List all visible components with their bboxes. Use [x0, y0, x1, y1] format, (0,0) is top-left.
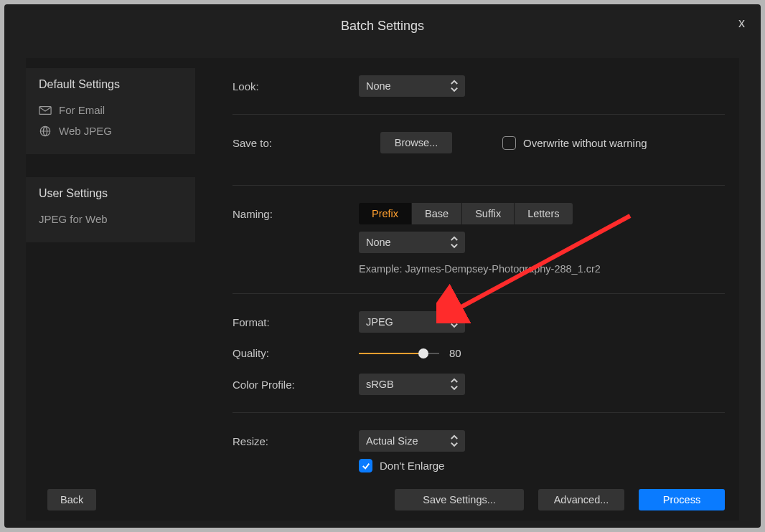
chevron-updown-icon — [449, 434, 459, 448]
look-value: None — [366, 80, 391, 92]
overwrite-checkbox[interactable] — [502, 136, 516, 150]
default-settings-title: Default Settings — [39, 78, 182, 91]
batch-settings-window: Batch Settings x Default Settings For Em… — [4, 4, 761, 528]
sidebar-item-for-email[interactable]: For Email — [39, 100, 182, 120]
resize-label: Resize: — [233, 435, 359, 447]
sidebar-item-label: JPEG for Web — [39, 213, 108, 225]
sidebar-item-label: For Email — [59, 104, 105, 116]
overwrite-label: Overwrite without warning — [523, 137, 647, 149]
advanced-button[interactable]: Advanced... — [538, 489, 624, 510]
naming-select[interactable]: None — [359, 232, 465, 253]
titlebar: Batch Settings x — [4, 4, 761, 47]
content-area: Default Settings For Email Web JPEG User… — [26, 58, 739, 521]
save-to-label: Save to: — [233, 137, 359, 149]
separator — [233, 293, 725, 294]
process-button[interactable]: Process — [639, 489, 725, 510]
resize-value: Actual Size — [366, 435, 418, 447]
chevron-updown-icon — [449, 315, 459, 329]
close-icon[interactable]: x — [738, 16, 745, 31]
dont-enlarge-wrap[interactable]: Don't Enlarge — [359, 459, 444, 472]
slider-thumb[interactable] — [418, 348, 428, 358]
format-select[interactable]: JPEG — [359, 311, 465, 333]
sidebar-item-label: Web JPEG — [59, 125, 112, 137]
dont-enlarge-checkbox[interactable] — [359, 459, 372, 472]
format-label: Format: — [233, 316, 359, 328]
bottom-bar: Save Settings... Advanced... Process — [395, 489, 725, 510]
naming-label: Naming: — [233, 208, 359, 220]
back-button[interactable]: Back — [47, 489, 96, 510]
quality-label: Quality: — [233, 347, 359, 359]
color-profile-select[interactable]: sRGB — [359, 374, 465, 395]
separator — [233, 185, 725, 186]
svg-rect-0 — [39, 106, 51, 114]
sidebar: Default Settings For Email Web JPEG User… — [26, 58, 195, 521]
sidebar-item-jpeg-for-web[interactable]: JPEG for Web — [39, 209, 182, 229]
look-select[interactable]: None — [359, 75, 465, 97]
save-settings-button[interactable]: Save Settings... — [395, 489, 524, 510]
color-profile-value: sRGB — [366, 379, 394, 390]
chevron-updown-icon — [449, 235, 459, 250]
overwrite-checkbox-wrap[interactable]: Overwrite without warning — [502, 136, 647, 150]
chevron-updown-icon — [449, 79, 459, 93]
chevron-updown-icon — [449, 377, 459, 391]
browse-button[interactable]: Browse... — [380, 132, 452, 153]
quality-value: 80 — [449, 347, 461, 359]
seg-base[interactable]: Base — [412, 203, 461, 224]
user-settings-title: User Settings — [39, 187, 182, 200]
color-profile-label: Color Profile: — [233, 379, 359, 391]
separator — [233, 412, 725, 413]
seg-letters[interactable]: Letters — [515, 203, 572, 224]
default-settings-group: Default Settings For Email Web JPEG — [26, 68, 195, 154]
resize-select[interactable]: Actual Size — [359, 430, 465, 452]
seg-prefix[interactable]: Prefix — [359, 203, 411, 224]
separator — [233, 114, 725, 115]
sidebar-item-web-jpeg[interactable]: Web JPEG — [39, 120, 182, 141]
seg-suffix[interactable]: Suffix — [462, 203, 514, 224]
look-label: Look: — [233, 80, 359, 92]
naming-example: Example: Jaymes-Dempsey-Photography-288_… — [359, 263, 725, 275]
format-value: JPEG — [366, 316, 393, 328]
mail-icon — [39, 105, 52, 115]
window-title: Batch Settings — [341, 19, 424, 34]
settings-panel: Look: None Save to: Browse... Overwrite … — [195, 58, 739, 521]
naming-value: None — [366, 237, 391, 248]
dont-enlarge-label: Don't Enlarge — [380, 460, 444, 472]
globe-icon — [39, 126, 52, 136]
quality-slider[interactable] — [359, 348, 439, 359]
user-settings-group: User Settings JPEG for Web — [26, 177, 195, 242]
naming-segmented: Prefix Base Suffix Letters — [359, 203, 573, 224]
